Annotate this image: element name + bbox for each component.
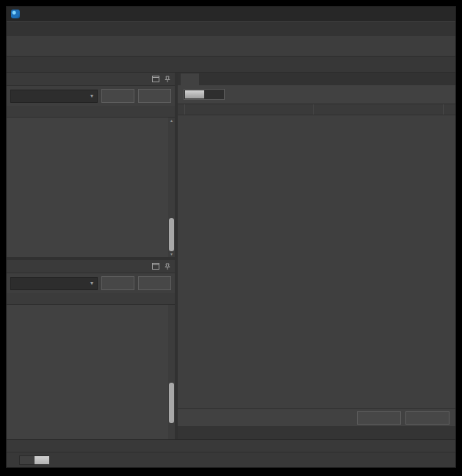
toggle-knob[interactable]	[185, 90, 204, 98]
console-panel-header	[7, 440, 455, 452]
workspace-tree-panel-header	[7, 73, 175, 86]
console-slider[interactable]	[19, 455, 48, 465]
workspace-tree-column-header	[7, 106, 175, 118]
menu-bar	[7, 21, 455, 36]
chevron-down-icon[interactable]: ▾	[90, 93, 93, 99]
scrollbar-thumb[interactable]	[169, 218, 174, 252]
device-kits-list-wrap	[7, 305, 175, 439]
device-kits-search-row: ▾	[7, 273, 175, 293]
device-kits-panel: ▾	[7, 260, 175, 439]
property-grid	[178, 115, 455, 408]
workspace-tree-panel: ▾ ▴ ▾	[7, 73, 175, 257]
live-toggle[interactable]	[184, 89, 225, 100]
editor-column	[178, 73, 455, 439]
cancel-button[interactable]	[357, 411, 401, 425]
workspace-clear-button[interactable]	[138, 89, 171, 103]
console-panel	[7, 439, 455, 467]
workspace-search-input[interactable]: ▾	[10, 90, 98, 103]
toolbar	[7, 36, 455, 56]
console-status-row	[7, 452, 455, 467]
pin-panel-icon[interactable]	[165, 263, 170, 270]
editor-action-row	[178, 408, 455, 426]
scroll-up-icon[interactable]: ▴	[168, 118, 175, 123]
main-area: ▾ ▴ ▾	[7, 73, 455, 439]
scrollbar-thumb[interactable]	[169, 383, 174, 423]
device-kits-list	[7, 305, 168, 439]
grid-column-value[interactable]	[314, 104, 444, 115]
grid-column-info[interactable]	[444, 104, 455, 115]
property-grid-header	[178, 104, 455, 115]
title-bar	[7, 7, 455, 21]
pin-panel-icon[interactable]	[165, 76, 170, 83]
app-window: ▾ ▴ ▾	[6, 6, 456, 468]
device-kits-scrollbar[interactable]	[168, 305, 175, 439]
console-slider-knob[interactable]	[35, 456, 49, 464]
minimize-panel-icon[interactable]	[152, 263, 159, 270]
device-kits-search-input[interactable]: ▾	[10, 277, 98, 290]
grid-column-name[interactable]	[185, 104, 314, 115]
tab-fcu-temperatureanalog[interactable]	[181, 73, 199, 85]
grid-gutter-header	[178, 104, 185, 115]
device-kits-find-button[interactable]	[101, 276, 134, 290]
save-button[interactable]	[405, 411, 450, 425]
workspace-tree-list	[7, 118, 168, 257]
workspace-tree-list-wrap: ▴ ▾	[7, 118, 175, 257]
chevron-down-icon[interactable]: ▾	[90, 280, 93, 286]
breadcrumb	[7, 56, 455, 73]
device-kits-panel-icons	[152, 263, 170, 270]
editor-header	[178, 85, 455, 104]
sheet-tab-bar	[178, 426, 455, 439]
screen: ▾ ▴ ▾	[0, 0, 462, 476]
device-kits-clear-button[interactable]	[138, 276, 171, 290]
device-kits-column-header	[7, 293, 175, 305]
minimize-panel-icon[interactable]	[152, 76, 159, 82]
scroll-down-icon[interactable]: ▾	[168, 251, 175, 257]
left-column: ▾ ▴ ▾	[7, 73, 175, 439]
workspace-search-row: ▾	[7, 86, 175, 106]
device-kits-panel-header	[7, 260, 175, 273]
app-logo-icon	[11, 10, 20, 18]
workspace-tree-panel-icons	[152, 76, 170, 83]
editor-tab-bar	[178, 73, 455, 85]
workspace-find-button[interactable]	[101, 89, 134, 103]
workspace-tree-scrollbar[interactable]: ▴ ▾	[168, 118, 175, 257]
